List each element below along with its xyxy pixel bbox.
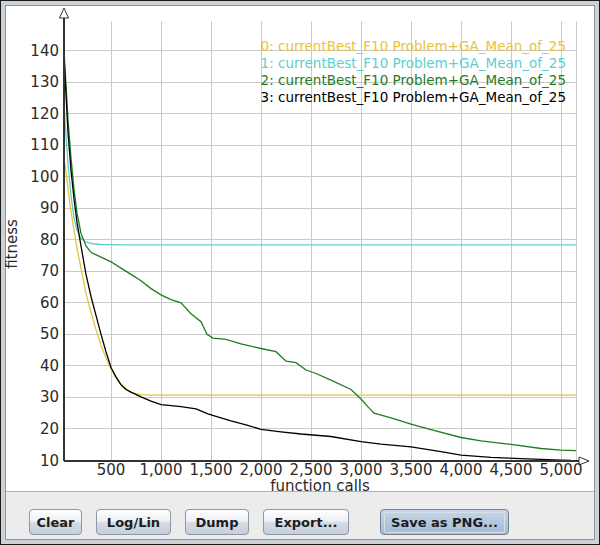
x-axis-label: function calls [64,477,576,495]
legend-item-3: 3: currentBest_F10 Problem+GA_Mean_of_25 [261,89,566,106]
dump-button-label: Dump [189,512,246,533]
toolbar: Clear Log/Lin Dump Export... Save as PNG… [6,491,594,539]
export-button[interactable]: Export... [263,509,349,535]
log-lin-button[interactable]: Log/Lin [96,509,171,535]
legend: 0: currentBest_F10 Problem+GA_Mean_of_25… [261,38,566,106]
legend-item-1: 1: currentBest_F10 Problem+GA_Mean_of_25 [261,55,566,72]
save-as-png-button-label: Save as PNG... [384,512,505,533]
legend-item-2: 2: currentBest_F10 Problem+GA_Mean_of_25 [261,72,566,89]
clear-button[interactable]: Clear [29,509,82,535]
export-button-label: Export... [268,512,345,533]
plot-window: Clear Log/Lin Dump Export... Save as PNG… [0,0,600,545]
save-as-png-button[interactable]: Save as PNG... [380,509,509,535]
dump-button[interactable]: Dump [185,509,249,535]
log-lin-button-label: Log/Lin [100,512,167,533]
y-axis-label: fitness [3,219,21,269]
legend-item-0: 0: currentBest_F10 Problem+GA_Mean_of_25 [261,38,566,55]
clear-button-label: Clear [30,512,82,533]
